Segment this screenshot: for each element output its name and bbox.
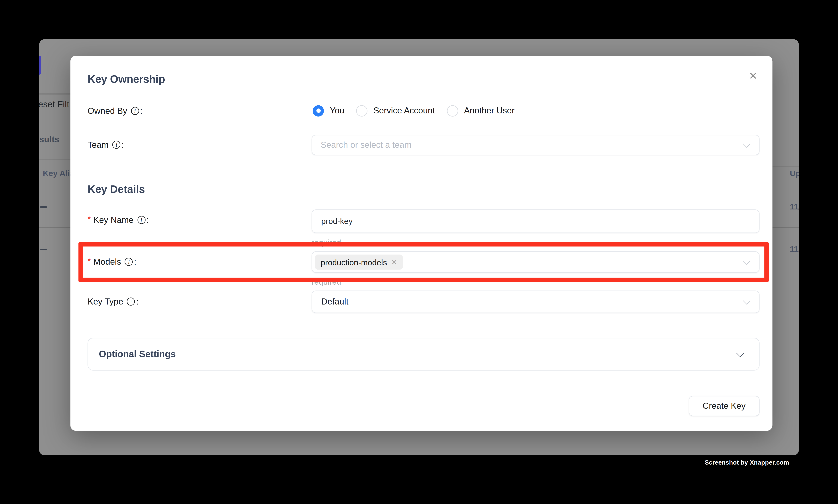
label-colon: :	[140, 106, 143, 116]
radio-label: Another User	[464, 106, 515, 115]
owned-by-radio-group: You Service Account Another User	[313, 105, 515, 116]
key-type-select[interactable]: Default	[311, 290, 760, 313]
info-icon[interactable]: i	[137, 216, 145, 224]
radio-owned-by-service-account[interactable]: Service Account	[356, 105, 435, 116]
key-name-input[interactable]	[312, 210, 759, 233]
key-type-label-text: Key Type	[88, 296, 123, 307]
key-type-value: Default	[321, 297, 348, 307]
radio-owned-by-you[interactable]: You	[313, 105, 344, 116]
models-label-text: Models	[93, 256, 121, 267]
radio-label: Service Account	[373, 106, 435, 115]
radio-owned-by-another-user[interactable]: Another User	[447, 105, 515, 116]
key-name-label-text: Key Name	[93, 215, 133, 225]
divider	[39, 228, 71, 228]
radio-unselected-icon	[447, 105, 458, 116]
table-row-date-partial: 11/	[790, 245, 799, 254]
team-label: Team i :	[88, 140, 124, 150]
key-name-label: * Key Name i :	[88, 215, 149, 225]
models-label: * Models i :	[88, 256, 136, 267]
key-details-title: Key Details	[88, 183, 145, 196]
required-asterisk: *	[88, 214, 91, 224]
key-name-input-wrap	[311, 210, 760, 233]
chevron-down-icon	[743, 140, 750, 148]
divider	[39, 160, 71, 160]
label-colon: :	[146, 215, 149, 225]
key-type-label: Key Type i :	[88, 296, 139, 307]
model-tag-text: production-models	[321, 258, 387, 267]
divider	[772, 166, 799, 167]
create-key-button-partial	[39, 56, 41, 75]
key-alias-column-header-partial: Key Alia	[43, 168, 71, 178]
table-row-empty-cell	[40, 206, 47, 208]
owned-by-label-text: Owned By	[88, 106, 127, 116]
divider	[39, 114, 71, 114]
close-icon[interactable]: ✕	[747, 70, 760, 83]
info-icon[interactable]: i	[125, 258, 133, 266]
label-colon: :	[136, 296, 139, 307]
reset-filters-button-partial: eset Filt	[39, 99, 70, 109]
team-label-text: Team	[88, 140, 109, 150]
team-select-placeholder: Search or select a team	[321, 140, 412, 150]
table-row-empty-cell	[40, 249, 47, 250]
updated-column-header-partial: Up	[790, 168, 799, 178]
optional-settings-toggle[interactable]: Optional Settings	[88, 338, 760, 371]
screenshot-stage: eset Filt sults Key Alia Up 11/ 11/ ✕ Ke…	[0, 0, 838, 504]
chevron-down-icon	[736, 349, 744, 357]
create-key-button[interactable]: Create Key	[689, 396, 760, 416]
watermark: Screenshot by Xnapper.com	[705, 459, 789, 466]
models-required-hint: required	[311, 277, 341, 286]
radio-unselected-icon	[356, 105, 368, 116]
team-select[interactable]: Search or select a team	[311, 135, 760, 155]
results-count-partial: sults	[39, 135, 71, 145]
radio-selected-icon	[313, 105, 324, 116]
info-icon[interactable]: i	[131, 107, 139, 115]
chevron-down-icon	[743, 297, 750, 305]
table-row-date-partial: 11/	[790, 202, 799, 211]
create-key-modal: ✕ Key Ownership Owned By i : You Service…	[70, 56, 772, 430]
radio-label: You	[330, 106, 344, 115]
owned-by-label: Owned By i :	[88, 106, 142, 116]
chevron-down-icon	[743, 257, 750, 265]
models-select[interactable]: production-models ✕	[311, 251, 760, 273]
required-asterisk: *	[88, 255, 91, 266]
optional-settings-label: Optional Settings	[99, 349, 176, 360]
info-icon[interactable]: i	[112, 141, 120, 149]
info-icon[interactable]: i	[127, 298, 135, 305]
key-name-required-hint: required	[311, 238, 341, 247]
divider	[39, 94, 71, 94]
divider	[772, 228, 799, 228]
modal-title: Key Ownership	[88, 73, 165, 86]
model-tag: production-models ✕	[315, 255, 403, 270]
label-colon: :	[122, 140, 124, 150]
remove-tag-icon[interactable]: ✕	[391, 259, 397, 266]
label-colon: :	[134, 256, 136, 267]
